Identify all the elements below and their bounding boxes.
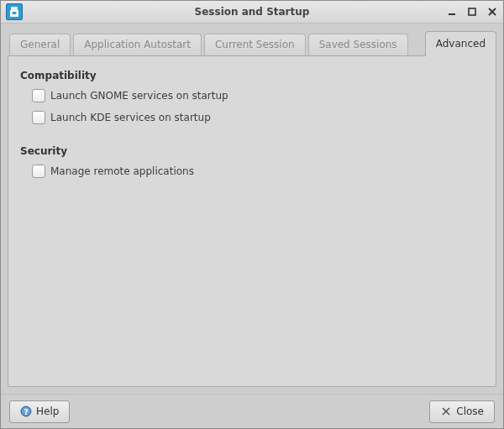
svg-text:?: ? — [24, 408, 28, 416]
tab-advanced[interactable]: Advanced — [425, 31, 496, 56]
svg-rect-4 — [469, 8, 475, 15]
heading-security: Security — [20, 145, 484, 157]
svg-rect-2 — [13, 12, 17, 14]
help-icon: ? — [20, 405, 32, 417]
tab-panel-advanced: Compatibility Launch GNOME services on s… — [8, 55, 496, 387]
tab-strip: General Application Autostart Current Se… — [8, 30, 496, 55]
checkbox-launch-kde[interactable] — [32, 111, 45, 124]
close-window-button[interactable] — [486, 6, 498, 18]
tab-general[interactable]: General — [9, 34, 71, 55]
help-button[interactable]: ? Help — [9, 400, 70, 423]
help-button-label: Help — [36, 405, 59, 417]
option-launch-gnome[interactable]: Launch GNOME services on startup — [32, 86, 484, 105]
maximize-button[interactable] — [466, 6, 478, 18]
button-bar: ? Help Close — [1, 394, 503, 428]
minimize-button[interactable] — [446, 6, 458, 18]
svg-rect-3 — [449, 13, 455, 15]
window-controls — [446, 6, 498, 18]
label-launch-gnome: Launch GNOME services on startup — [50, 90, 228, 102]
tab-current-session[interactable]: Current Session — [204, 34, 306, 55]
content-area: General Application Autostart Current Se… — [1, 24, 503, 394]
app-icon — [6, 3, 23, 20]
titlebar[interactable]: Session and Startup — [1, 1, 503, 24]
checkbox-manage-remote[interactable] — [32, 165, 45, 178]
close-button-label: Close — [456, 405, 484, 417]
close-button[interactable]: Close — [429, 400, 495, 423]
window-title: Session and Startup — [1, 6, 503, 18]
close-icon — [440, 405, 452, 417]
svg-rect-0 — [11, 7, 18, 10]
tab-application-autostart[interactable]: Application Autostart — [73, 34, 202, 55]
tab-saved-sessions[interactable]: Saved Sessions — [308, 34, 408, 55]
label-launch-kde: Launch KDE services on startup — [50, 112, 211, 123]
heading-compatibility: Compatibility — [20, 70, 484, 81]
window: Session and Startup General Application … — [0, 0, 504, 429]
checkbox-launch-gnome[interactable] — [32, 89, 45, 102]
label-manage-remote: Manage remote applications — [50, 165, 194, 177]
option-manage-remote[interactable]: Manage remote applications — [32, 162, 484, 180]
option-launch-kde[interactable]: Launch KDE services on startup — [32, 108, 484, 127]
